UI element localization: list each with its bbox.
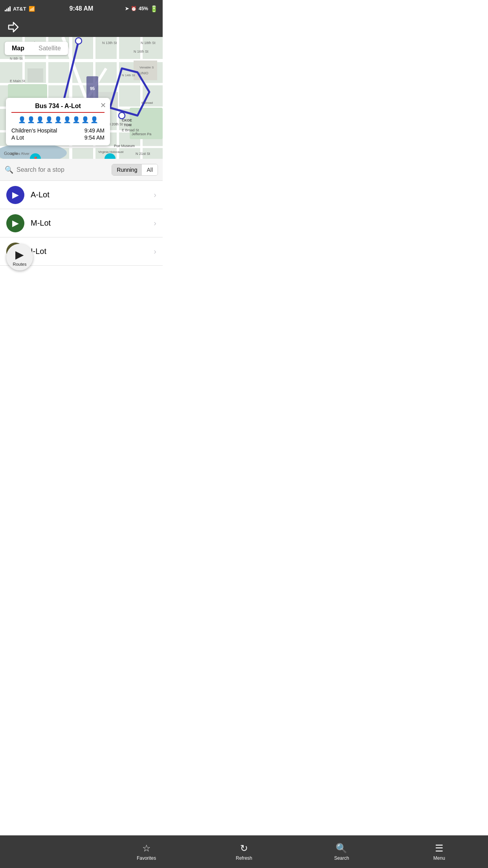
- bus-popup-title: Bus 734 - A-Lot: [11, 103, 105, 110]
- svg-text:Jefferson Pa: Jefferson Pa: [132, 132, 151, 136]
- svg-text:N 18th St: N 18th St: [141, 41, 156, 45]
- svg-text:CKOE: CKOE: [122, 118, 132, 122]
- status-right: ➤ ⏰ 45% 🔋: [125, 5, 158, 13]
- satellite-button[interactable]: Satellite: [31, 42, 68, 55]
- person-5: 👤: [54, 116, 62, 123]
- current-location-button[interactable]: [6, 20, 20, 34]
- person-9: 👤: [90, 116, 98, 123]
- stop-row-1: Children's Hospital 9:49 AM: [11, 127, 105, 134]
- svg-text:95: 95: [90, 86, 95, 91]
- routes-label: Routes: [13, 262, 27, 267]
- stop-1-time: 9:49 AM: [84, 127, 105, 134]
- svg-text:N 8th St: N 8th St: [10, 57, 23, 61]
- battery-percent: 45%: [139, 6, 148, 11]
- running-filter-button[interactable]: Running: [112, 164, 142, 175]
- battery-icon: 🔋: [150, 5, 158, 13]
- search-bar[interactable]: 🔍 Running All: [0, 159, 163, 181]
- route-name-ilot: I-Lot: [31, 247, 154, 256]
- chevron-ilot: ›: [154, 247, 156, 256]
- chevron-mlot: ›: [154, 219, 156, 228]
- stop-times: Children's Hospital 9:49 AM A Lot 9:54 A…: [11, 127, 105, 141]
- stop-search-input[interactable]: [17, 166, 108, 173]
- svg-point-27: [75, 38, 82, 44]
- bus-popup: ✕ Bus 734 - A-Lot 👤 👤 👤 👤 👤 👤 👤 👤 👤 Chil…: [6, 98, 110, 145]
- stop-2-name: A Lot: [11, 134, 24, 141]
- status-left: AT&T 📶: [5, 6, 35, 12]
- svg-text:N 21st St: N 21st St: [136, 152, 150, 156]
- alarm-icon: ⏰: [131, 6, 137, 11]
- svg-text:E Main St: E Main St: [10, 79, 26, 83]
- person-3: 👤: [36, 116, 44, 123]
- route-icon-mlot: ▶: [6, 214, 24, 232]
- all-filter-button[interactable]: All: [142, 164, 158, 175]
- map-area[interactable]: 95 N 8th St E Main St Bank St: [0, 37, 163, 159]
- svg-text:N 14th St: N 14th St: [122, 74, 135, 77]
- play-icon-mlot: ▶: [12, 218, 19, 228]
- carrier-label: AT&T: [13, 6, 26, 12]
- svg-text:Virginia Holocaust: Virginia Holocaust: [98, 150, 124, 154]
- play-icon-alot: ▶: [12, 190, 19, 200]
- popup-close-button[interactable]: ✕: [100, 101, 106, 110]
- location-icon-status: ➤: [125, 6, 129, 11]
- routes-floating-button[interactable]: ▶ Routes: [6, 244, 33, 270]
- svg-text:📍: 📍: [33, 156, 39, 159]
- route-item-mlot[interactable]: ▶ M-Lot ›: [0, 209, 163, 237]
- route-item-alot[interactable]: ▶ A-Lot ›: [0, 181, 163, 209]
- signal-bars: [5, 6, 11, 11]
- svg-text:E Broad: E Broad: [141, 101, 153, 105]
- search-icon: 🔍: [5, 166, 13, 174]
- popup-divider: [11, 112, 105, 113]
- svg-text:UNIO: UNIO: [139, 71, 149, 75]
- status-bar: AT&T 📶 9:48 AM ➤ ⏰ 45% 🔋: [0, 0, 163, 17]
- routes-play-icon: ▶: [15, 248, 24, 261]
- svg-text:Venable S: Venable S: [139, 66, 154, 69]
- wifi-icon: 📶: [29, 6, 35, 12]
- person-1: 👤: [18, 116, 26, 123]
- svg-text:Poe Museum: Poe Museum: [114, 144, 135, 148]
- location-bar: [0, 17, 163, 37]
- content-area: 🔍 Running All ▶ A-Lot › ▶ M-Lot ›: [0, 159, 163, 289]
- google-watermark: Google: [4, 151, 18, 156]
- route-name-mlot: M-Lot: [31, 219, 154, 228]
- stop-row-2: A Lot 9:54 AM: [11, 134, 105, 141]
- svg-text:E Broad St: E Broad St: [122, 128, 139, 132]
- person-4: 👤: [45, 116, 53, 123]
- stop-2-time: 9:54 AM: [84, 134, 105, 141]
- occupancy-indicator: 👤 👤 👤 👤 👤 👤 👤 👤 👤: [11, 116, 105, 123]
- person-8: 👤: [81, 116, 89, 123]
- route-icon-alot: ▶: [6, 186, 24, 204]
- person-7: 👤: [72, 116, 80, 123]
- svg-text:N 16th St: N 16th St: [134, 50, 149, 53]
- svg-text:TOM: TOM: [124, 123, 132, 127]
- svg-text:N 13th St: N 13th St: [102, 41, 117, 45]
- person-6: 👤: [63, 116, 71, 123]
- svg-point-25: [119, 112, 125, 119]
- status-time: 9:48 AM: [70, 5, 94, 12]
- route-name-alot: A-Lot: [31, 190, 154, 199]
- stop-1-name: Children's Hospital: [11, 127, 57, 134]
- chevron-alot: ›: [154, 190, 156, 199]
- map-satellite-toggle[interactable]: Map Satellite: [5, 42, 68, 55]
- map-button[interactable]: Map: [5, 42, 31, 55]
- svg-rect-23: [134, 61, 157, 80]
- filter-buttons: Running All: [112, 164, 158, 176]
- person-2: 👤: [27, 116, 35, 123]
- svg-text:N 20th St: N 20th St: [108, 122, 123, 126]
- svg-rect-20: [28, 68, 43, 82]
